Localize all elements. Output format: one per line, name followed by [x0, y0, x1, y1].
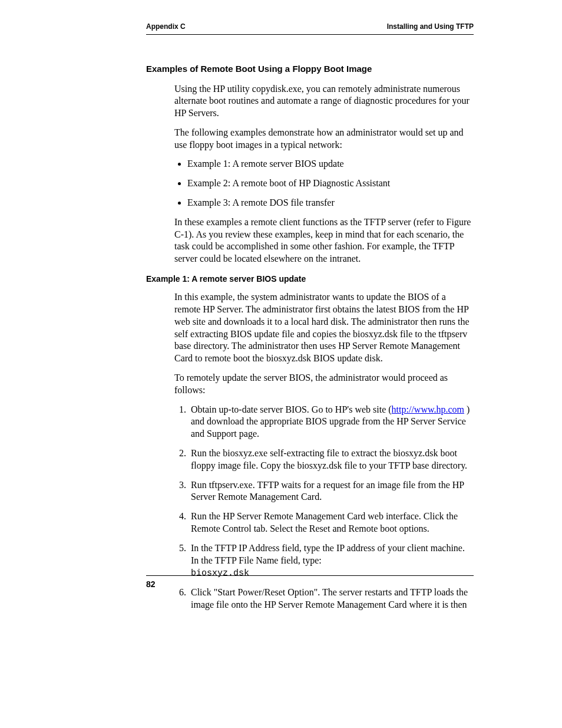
- paragraph: The following examples demonstrate how a…: [174, 127, 474, 151]
- header-right: Installing and Using TFTP: [387, 22, 474, 31]
- paragraph: To remotely update the server BIOS, the …: [174, 372, 474, 397]
- list-item: Run the biosxyz.exe self-extracting file…: [189, 447, 474, 472]
- example-list: Example 1: A remote server BIOS update E…: [174, 158, 474, 209]
- paragraph: Using the HP utility copydisk.exe, you c…: [174, 83, 474, 120]
- list-item: Obtain up-to-date server BIOS. Go to HP'…: [189, 404, 474, 440]
- paragraph: In this example, the system administrato…: [174, 291, 474, 365]
- list-item: Run tftpserv.exe. TFTP waits for a reque…: [189, 479, 474, 504]
- list-item: In the TFTP IP Address field, type the I…: [189, 542, 474, 579]
- list-item: Run the HP Server Remote Management Card…: [189, 510, 474, 535]
- procedure-list: Obtain up-to-date server BIOS. Go to HP'…: [174, 404, 474, 611]
- list-item: Example 2: A remote boot of HP Diagnosti…: [187, 177, 474, 190]
- header-left: Appendix C: [146, 22, 186, 31]
- body-text: Examples of Remote Boot Using a Floppy B…: [146, 63, 474, 611]
- code-text: biosxyz.dsk: [191, 568, 249, 578]
- step-text: Obtain up-to-date server BIOS. Go to HP'…: [191, 404, 392, 414]
- page-number: 82: [146, 579, 156, 589]
- list-item: Example 3: A remote DOS file transfer: [187, 197, 474, 209]
- list-item: Example 1: A remote server BIOS update: [187, 158, 474, 170]
- step-text: In the TFTP IP Address field, type the I…: [191, 543, 465, 565]
- hp-link[interactable]: http://www.hp.com: [392, 404, 464, 414]
- paragraph: In these examples a remote client functi…: [174, 216, 474, 265]
- list-item: Click "Start Power/Reset Option". The se…: [189, 587, 474, 611]
- document-page: Appendix C Installing and Using TFTP Exa…: [0, 0, 562, 728]
- heading-1: Examples of Remote Boot Using a Floppy B…: [146, 63, 474, 75]
- running-header: Appendix C Installing and Using TFTP: [146, 22, 474, 35]
- heading-2: Example 1: A remote server BIOS update: [146, 274, 474, 284]
- footer-rule: [146, 575, 474, 576]
